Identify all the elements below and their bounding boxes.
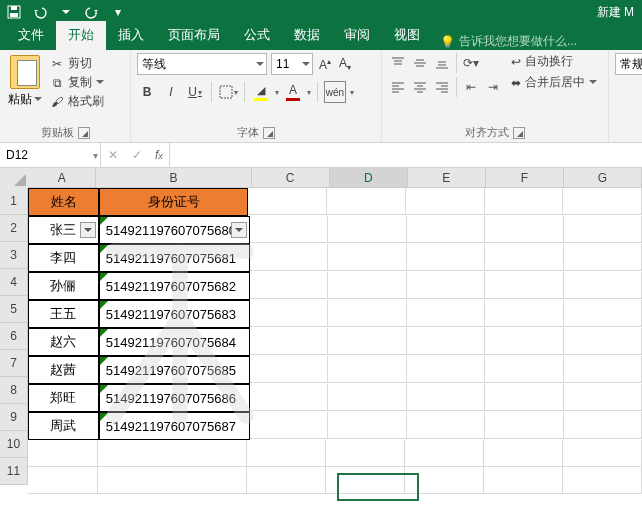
cell[interactable]: 514921197607075684	[99, 328, 250, 356]
cell[interactable]	[564, 328, 642, 355]
cell[interactable]	[250, 412, 328, 439]
cell[interactable]	[485, 300, 563, 327]
tab-view[interactable]: 视图	[382, 21, 432, 50]
enter-formula-button[interactable]: ✓	[125, 148, 149, 162]
orientation-button[interactable]: ⟳▾	[461, 53, 481, 73]
cell[interactable]	[407, 300, 485, 327]
cell[interactable]	[407, 272, 485, 299]
qat-customize-icon[interactable]: ▾	[108, 2, 128, 22]
cancel-formula-button[interactable]: ✕	[101, 148, 125, 162]
cell[interactable]	[407, 216, 485, 243]
row-header[interactable]: 7	[0, 350, 28, 377]
tab-insert[interactable]: 插入	[106, 21, 156, 50]
cell[interactable]	[564, 216, 642, 243]
number-format-selector[interactable]: 常规	[615, 53, 642, 75]
cell[interactable]: 周武	[28, 412, 99, 440]
tab-data[interactable]: 数据	[282, 21, 332, 50]
cell[interactable]	[328, 384, 406, 411]
decrease-font-button[interactable]: A▾	[337, 56, 353, 72]
row-header[interactable]: 1	[0, 188, 28, 215]
cell[interactable]	[327, 188, 406, 215]
cell[interactable]: 姓名	[28, 188, 99, 216]
wrap-text-button[interactable]: ↩ 自动换行	[511, 53, 597, 70]
decrease-indent-button[interactable]: ⇤	[461, 77, 481, 97]
align-center-button[interactable]	[410, 77, 430, 97]
cell[interactable]	[485, 216, 563, 243]
align-left-button[interactable]	[388, 77, 408, 97]
cell[interactable]: 孙俪	[28, 272, 99, 300]
copy-button[interactable]: ⧉ 复制	[50, 74, 104, 91]
align-bottom-button[interactable]	[432, 53, 452, 73]
cell[interactable]	[250, 272, 328, 299]
cell[interactable]: 514921197607075682	[99, 272, 250, 300]
select-all-button[interactable]	[0, 168, 29, 189]
cell[interactable]	[328, 356, 406, 383]
cell[interactable]	[564, 412, 642, 439]
border-button[interactable]: ▾	[218, 82, 238, 102]
formula-input[interactable]	[170, 143, 642, 167]
cell[interactable]	[407, 328, 485, 355]
row-header[interactable]: 10	[0, 431, 28, 458]
cell[interactable]: 李四	[28, 244, 99, 272]
cell[interactable]	[407, 356, 485, 383]
row-header[interactable]: 8	[0, 377, 28, 404]
align-right-button[interactable]	[432, 77, 452, 97]
undo-icon[interactable]	[30, 2, 50, 22]
column-header[interactable]: E	[408, 168, 486, 188]
column-header[interactable]: A	[28, 168, 96, 188]
tab-page-layout[interactable]: 页面布局	[156, 21, 232, 50]
column-header[interactable]: F	[486, 168, 564, 188]
cut-button[interactable]: ✂ 剪切	[50, 55, 104, 72]
cell[interactable]	[98, 440, 247, 467]
cell[interactable]	[328, 216, 406, 243]
cell[interactable]	[564, 272, 642, 299]
cell[interactable]	[328, 328, 406, 355]
cell[interactable]	[406, 188, 485, 215]
format-painter-button[interactable]: 🖌 格式刷	[50, 93, 104, 110]
cell[interactable]	[28, 440, 98, 467]
row-header[interactable]: 11	[0, 458, 28, 485]
cell[interactable]	[485, 356, 563, 383]
cell[interactable]	[485, 328, 563, 355]
cell[interactable]	[563, 188, 642, 215]
phonetic-button[interactable]: wén	[324, 81, 346, 103]
cell[interactable]: 王五	[28, 300, 99, 328]
cell[interactable]	[328, 412, 406, 439]
cell[interactable]	[564, 244, 642, 271]
qat-dropdown-icon[interactable]	[56, 2, 76, 22]
cell[interactable]	[407, 384, 485, 411]
merge-center-button[interactable]: ⬌ 合并后居中	[511, 74, 597, 91]
cell[interactable]	[250, 216, 328, 243]
cell[interactable]	[563, 467, 642, 494]
cell[interactable]: 514921197607075685	[99, 356, 250, 384]
cell[interactable]: 郑旺	[28, 384, 99, 412]
cell[interactable]	[407, 412, 485, 439]
tab-file[interactable]: 文件	[6, 21, 56, 50]
row-header[interactable]: 5	[0, 296, 28, 323]
spreadsheet-grid[interactable]: ABCDEFG 1234567891011 姓名身份证号张三5149211976…	[0, 168, 642, 508]
selected-cell[interactable]	[338, 474, 418, 500]
tab-review[interactable]: 审阅	[332, 21, 382, 50]
increase-font-button[interactable]: A▴	[317, 57, 333, 72]
clipboard-dialog-launcher[interactable]	[78, 127, 90, 139]
cell[interactable]: 身份证号	[99, 188, 248, 216]
font-color-button[interactable]: A	[283, 82, 303, 102]
cell[interactable]: 赵茜	[28, 356, 99, 384]
cell[interactable]: 赵六	[28, 328, 99, 356]
cell[interactable]	[564, 300, 642, 327]
align-middle-button[interactable]	[410, 53, 430, 73]
font-dialog-launcher[interactable]	[263, 127, 275, 139]
cell[interactable]	[250, 244, 328, 271]
cell[interactable]: 514921197607075686	[99, 384, 250, 412]
cell[interactable]	[484, 467, 563, 494]
cell[interactable]	[405, 440, 484, 467]
cell[interactable]	[248, 188, 327, 215]
cell[interactable]: 514921197607075683	[99, 300, 250, 328]
underline-button[interactable]: U▾	[185, 82, 205, 102]
cell[interactable]	[484, 440, 563, 467]
cell[interactable]	[250, 328, 328, 355]
cell[interactable]	[326, 440, 405, 467]
fill-color-button[interactable]: ◢	[251, 82, 271, 102]
cell[interactable]	[564, 356, 642, 383]
cell[interactable]	[28, 467, 98, 494]
